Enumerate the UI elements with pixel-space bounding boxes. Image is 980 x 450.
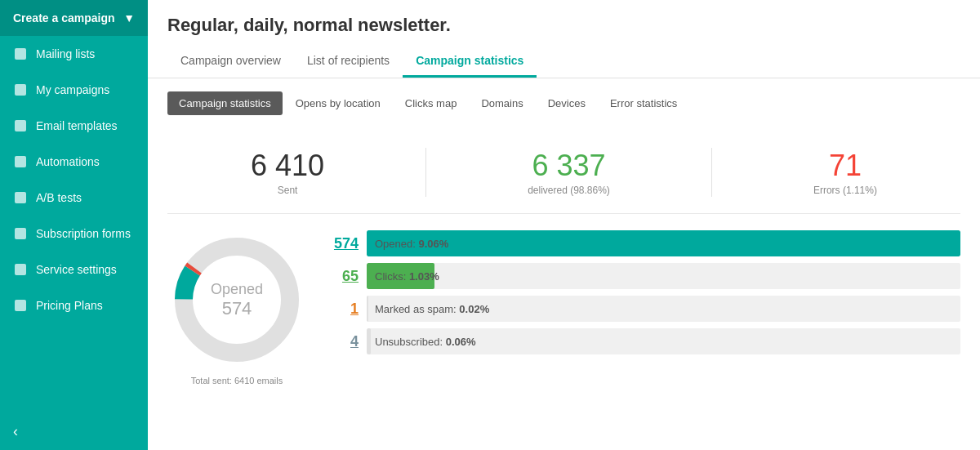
metric-bar-container-opened: Opened: 9.06% [367,230,960,256]
sub-tab-opens-by-location[interactable]: Opens by location [284,91,392,115]
create-campaign-button[interactable]: Create a campaign ▼ [0,0,148,36]
lower-section: Opened 574 Total sent: 6410 emails 574Op… [167,230,960,385]
metric-bar-opened [367,230,960,256]
stat-divider-2 [711,148,712,197]
stat-sent: 6 410 Sent [251,149,324,196]
svg-rect-5 [15,228,26,239]
svg-rect-1 [15,84,26,96]
sidebar-item-email-templates[interactable]: Email templates [0,108,148,144]
pricing-plans-icon [13,298,28,313]
donut-opened-count: 574 [211,298,263,319]
sidebar-item-label-service-settings: Service settings [36,263,117,276]
stat-errors-value: 71 [813,149,877,183]
svg-rect-7 [15,300,26,311]
mailing-lists-icon [13,47,28,61]
automations-icon [13,154,28,169]
page-title: Regular, daily, normal newsletter. [167,15,960,36]
main-tab-list-of-recipients[interactable]: List of recipients [294,46,403,78]
service-settings-icon [13,262,28,277]
metric-bar-container-unsubscribed: Unsubscribed: 0.06% [367,328,960,354]
subscription-forms-icon [13,226,28,241]
metric-number-spam[interactable]: 1 [326,301,359,318]
sidebar-item-label-automations: Automations [36,155,100,168]
stat-divider-1 [425,148,426,197]
donut-chart: Opened 574 [167,230,306,369]
metric-pct-opened: 9.06% [419,238,449,250]
sidebar-item-label-my-campaigns: My campaigns [36,83,109,96]
content-area: Campaign statisticsOpens by locationClic… [148,78,980,450]
main-tab-campaign-overview[interactable]: Campaign overview [167,46,294,78]
stat-delivered: 6 337 delivered (98.86%) [528,149,610,196]
metric-pct-unsubscribed: 0.06% [446,336,476,348]
ab-tests-icon [13,190,28,205]
main-tabs: Campaign overviewList of recipientsCampa… [167,46,960,78]
stat-delivered-label: delivered (98.86%) [528,185,610,196]
sidebar-item-label-ab-tests: A/B tests [36,191,82,204]
sidebar-item-label-mailing-lists: Mailing lists [36,47,95,60]
metric-pct-spam: 0.02% [459,303,489,315]
metric-row-opened: 574Opened: 9.06% [326,230,960,256]
donut-center: Opened 574 [211,281,263,319]
metric-number-opened[interactable]: 574 [326,235,359,252]
metric-bar-container-spam: Marked as spam: 0.02% [367,296,960,322]
metric-bar-label-opened: Opened: 9.06% [367,238,448,250]
stat-errors: 71 Errors (1.11%) [813,149,877,196]
stat-delivered-value: 6 337 [528,149,610,183]
metric-bar-container-clicks: Clicks: 1.03% [367,263,960,289]
metric-number-unsubscribed[interactable]: 4 [326,333,359,350]
sidebar-item-my-campaigns[interactable]: My campaigns [0,72,148,108]
my-campaigns-icon [13,82,28,97]
svg-rect-0 [15,48,26,60]
metric-row-spam: 1Marked as spam: 0.02% [326,296,960,322]
create-campaign-label: Create a campaign [13,11,115,25]
metrics-list: 574Opened: 9.06%65Clicks: 1.03%1Marked a… [326,230,960,354]
svg-rect-2 [15,120,26,131]
collapse-icon: ‹ [13,423,18,440]
svg-rect-3 [15,156,26,167]
sub-tab-domains[interactable]: Domains [470,91,534,115]
sub-tab-clicks-map[interactable]: Clicks map [394,91,469,115]
sidebar: Create a campaign ▼ Mailing listsMy camp… [0,0,148,450]
stat-sent-label: Sent [251,185,324,196]
donut-area: Opened 574 Total sent: 6410 emails [167,230,306,385]
sidebar-item-label-subscription-forms: Subscription forms [36,227,131,240]
create-campaign-arrow-icon: ▼ [123,11,135,25]
stat-sent-value: 6 410 [251,149,324,183]
sidebar-navigation: Mailing listsMy campaignsEmail templates… [0,36,148,413]
metric-number-clicks[interactable]: 65 [326,268,359,285]
sidebar-collapse-button[interactable]: ‹ [0,413,148,450]
sub-tabs: Campaign statisticsOpens by locationClic… [167,91,960,115]
sub-tab-devices[interactable]: Devices [537,91,597,115]
main-tab-campaign-statistics[interactable]: Campaign statistics [403,46,537,78]
donut-opened-label: Opened [211,281,263,298]
email-templates-icon [13,118,28,133]
metric-row-clicks: 65Clicks: 1.03% [326,263,960,289]
sidebar-item-automations[interactable]: Automations [0,144,148,180]
sidebar-item-pricing-plans[interactable]: Pricing Plans [0,287,148,323]
sidebar-item-subscription-forms[interactable]: Subscription forms [0,216,148,252]
page-header: Regular, daily, normal newsletter. Campa… [148,0,980,78]
stat-errors-label: Errors (1.11%) [813,185,877,196]
metric-bar-label-spam: Marked as spam: 0.02% [367,303,489,315]
sub-tab-campaign-statistics[interactable]: Campaign statistics [167,91,283,115]
sidebar-item-label-email-templates: Email templates [36,119,118,132]
main-content: Regular, daily, normal newsletter. Campa… [148,0,980,450]
sidebar-item-mailing-lists[interactable]: Mailing lists [0,36,148,72]
svg-rect-6 [15,264,26,275]
sidebar-item-service-settings[interactable]: Service settings [0,252,148,287]
metric-pct-clicks: 1.03% [409,270,439,283]
sidebar-item-label-pricing-plans: Pricing Plans [36,299,103,312]
svg-rect-4 [15,192,26,203]
sub-tab-error-statistics[interactable]: Error statistics [599,91,688,115]
metric-row-unsubscribed: 4Unsubscribed: 0.06% [326,328,960,354]
metric-bar-label-unsubscribed: Unsubscribed: 0.06% [367,336,476,348]
donut-total-label: Total sent: 6410 emails [167,376,306,385]
sidebar-item-ab-tests[interactable]: A/B tests [0,180,148,216]
metric-bar-label-clicks: Clicks: 1.03% [367,270,439,283]
stats-row: 6 410 Sent 6 337 delivered (98.86%) 71 E… [167,131,960,214]
